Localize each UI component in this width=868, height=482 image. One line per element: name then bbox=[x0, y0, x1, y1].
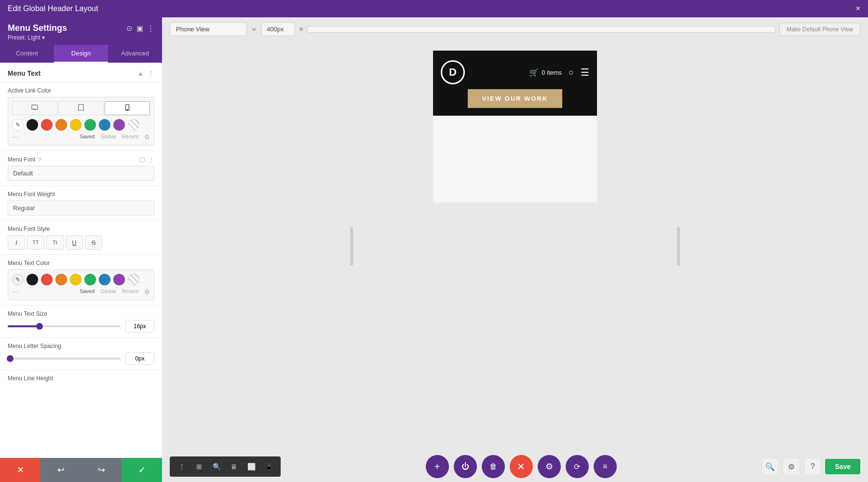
swatch-tab-recent[interactable]: Recent bbox=[122, 134, 138, 141]
close-window-button[interactable]: × bbox=[856, 4, 860, 13]
font-more-icon[interactable]: ⋮ bbox=[148, 156, 154, 163]
desktop-view-btn[interactable]: 🖥 bbox=[227, 459, 241, 474]
canvas-content: D 🛒 0 items ○ ☰ VIEW OUR WORK bbox=[162, 41, 868, 451]
menu-text-color-picker: ✎ ··· Saved Global Recent bbox=[8, 269, 154, 300]
text-size-input[interactable]: 16px bbox=[125, 320, 154, 333]
menu-text-size-label: Menu Text Size bbox=[8, 310, 154, 317]
text-swatch-green[interactable] bbox=[84, 274, 96, 285]
tablet-view-btn[interactable]: ⬜ bbox=[244, 459, 258, 474]
swatch-more-btn[interactable]: ··· bbox=[12, 134, 18, 141]
grid-view-btn[interactable]: ⊞ bbox=[192, 459, 206, 474]
menu-font-select[interactable]: Default bbox=[8, 166, 154, 181]
letter-spacing-slider-thumb[interactable] bbox=[7, 355, 14, 362]
letter-spacing-input[interactable]: 0px bbox=[125, 352, 154, 365]
tab-advanced[interactable]: Advanced bbox=[108, 45, 162, 63]
font-device-icon[interactable]: ▢ bbox=[139, 156, 145, 163]
preview-cta-button[interactable]: VIEW OUR WORK bbox=[468, 89, 563, 108]
swatch-blue[interactable] bbox=[99, 119, 110, 131]
panel-icon-display[interactable]: ⊙ bbox=[126, 24, 133, 33]
history-btn[interactable]: ⟳ bbox=[566, 455, 589, 478]
cancel-button[interactable]: ✕ bbox=[0, 458, 41, 482]
font-underline-btn[interactable]: U bbox=[66, 235, 83, 250]
font-capitalize-btn[interactable]: Tt bbox=[46, 235, 64, 250]
wireframe-btn[interactable]: ≡ bbox=[594, 455, 617, 478]
text-swatch-tab-saved[interactable]: Saved bbox=[80, 288, 95, 296]
font-strikethrough-btn[interactable]: S bbox=[85, 235, 102, 250]
swatch-tabs: ··· Saved Global Recent ⚙ bbox=[12, 134, 150, 141]
swatch-tab-saved[interactable]: Saved bbox=[80, 134, 95, 141]
section-more-icon[interactable]: ⋮ bbox=[148, 69, 154, 77]
add-element-btn[interactable]: + bbox=[426, 455, 449, 478]
help-btn[interactable]: ? bbox=[804, 458, 821, 475]
viewport-chevron-icon bbox=[251, 26, 258, 33]
viewport-extra-input[interactable] bbox=[307, 26, 775, 33]
text-swatch-transparent[interactable] bbox=[128, 274, 139, 285]
color-mode-mobile[interactable] bbox=[105, 101, 150, 115]
preview-cart: 🛒 0 items bbox=[529, 68, 562, 77]
viewport-clear-button[interactable]: × bbox=[299, 25, 303, 34]
text-swatch-black[interactable] bbox=[27, 274, 38, 285]
swatch-orange[interactable] bbox=[55, 119, 67, 131]
make-default-phone-view-button[interactable]: Make Default Phone View bbox=[779, 23, 860, 36]
text-size-slider-thumb[interactable] bbox=[36, 323, 43, 330]
tab-design[interactable]: Design bbox=[54, 45, 108, 63]
swatch-yellow[interactable] bbox=[70, 119, 81, 131]
mobile-view-btn[interactable]: 📱 bbox=[261, 459, 276, 474]
eyedropper-swatch[interactable]: ✎ bbox=[12, 119, 24, 131]
text-swatch-orange[interactable] bbox=[55, 274, 67, 285]
svg-point-4 bbox=[127, 109, 127, 110]
module-settings-btn[interactable]: ⚙ bbox=[538, 455, 561, 478]
search-right-btn[interactable]: 🔍 bbox=[761, 458, 779, 475]
tab-content[interactable]: Content bbox=[0, 45, 54, 63]
undo-button[interactable]: ↩ bbox=[41, 458, 81, 482]
left-drag-handle[interactable] bbox=[350, 227, 353, 266]
text-swatch-yellow[interactable] bbox=[70, 274, 81, 285]
text-swatch-more-btn[interactable]: ··· bbox=[12, 288, 18, 296]
swatch-red[interactable] bbox=[41, 119, 53, 131]
panel-icon-more[interactable]: ⋮ bbox=[147, 24, 154, 33]
bottom-right-tools: 🔍 ⚙ ? Save bbox=[761, 458, 860, 475]
text-swatch-tab-global[interactable]: Global bbox=[100, 288, 116, 296]
swatch-gear[interactable]: ⚙ bbox=[144, 134, 150, 141]
swatch-black[interactable] bbox=[27, 119, 38, 131]
more-options-btn[interactable]: ⋮ bbox=[175, 459, 189, 474]
delete-btn[interactable]: 🗑 bbox=[482, 455, 505, 478]
section-collapse-icon[interactable]: ▲ bbox=[137, 69, 144, 77]
cart-text: 0 items bbox=[542, 69, 562, 76]
preview-search-icon[interactable]: ○ bbox=[569, 67, 574, 78]
preset-label[interactable]: Preset: Light ▾ bbox=[8, 34, 67, 41]
menu-font-row: Menu Font ? ▢ ⋮ Default bbox=[0, 151, 162, 186]
font-italic-btn[interactable]: I bbox=[8, 235, 25, 250]
text-swatch-red[interactable] bbox=[41, 274, 53, 285]
search-btn[interactable]: 🔍 bbox=[209, 459, 224, 474]
viewport-select[interactable]: Phone View bbox=[170, 22, 247, 36]
text-swatch-gear[interactable]: ⚙ bbox=[144, 288, 150, 296]
swatch-purple[interactable] bbox=[113, 119, 125, 131]
power-btn[interactable]: ⏻ bbox=[454, 455, 477, 478]
menu-font-weight-select[interactable]: Regular bbox=[8, 201, 154, 215]
text-swatch-tab-recent[interactable]: Recent bbox=[122, 288, 138, 296]
color-mode-tablet[interactable] bbox=[58, 101, 104, 115]
confirm-button[interactable]: ✓ bbox=[122, 458, 162, 482]
swatch-transparent[interactable] bbox=[128, 119, 139, 131]
cart-icon: 🛒 bbox=[529, 68, 539, 77]
swatch-tab-global[interactable]: Global bbox=[100, 134, 116, 141]
settings-right-btn[interactable]: ⚙ bbox=[783, 458, 800, 475]
viewport-width-input[interactable] bbox=[261, 22, 295, 36]
preview-menu-icon[interactable]: ☰ bbox=[581, 67, 589, 78]
panel-icon-layout[interactable]: ▣ bbox=[136, 24, 143, 33]
swatch-green[interactable] bbox=[84, 119, 96, 131]
text-size-slider-track[interactable] bbox=[8, 325, 121, 327]
font-uppercase-btn[interactable]: TT bbox=[27, 235, 44, 250]
redo-button[interactable]: ↪ bbox=[81, 458, 122, 482]
text-swatch-purple[interactable] bbox=[113, 274, 125, 285]
save-button[interactable]: Save bbox=[825, 459, 860, 474]
color-mode-desktop[interactable] bbox=[12, 101, 57, 115]
menu-font-help[interactable]: ? bbox=[38, 157, 41, 162]
text-size-slider-fill bbox=[8, 325, 40, 327]
letter-spacing-slider-track[interactable] bbox=[8, 358, 121, 360]
cancel-action-btn[interactable]: ✕ bbox=[510, 455, 533, 478]
text-color-eyedropper[interactable]: ✎ bbox=[12, 274, 24, 285]
right-drag-handle[interactable] bbox=[677, 227, 680, 266]
text-swatch-blue[interactable] bbox=[99, 274, 110, 285]
